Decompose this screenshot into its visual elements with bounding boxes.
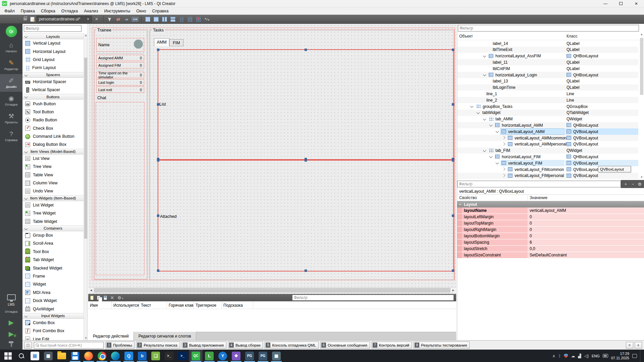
chevron-right-icon[interactable]: [502, 136, 505, 139]
chevron-down-icon[interactable]: [477, 111, 480, 114]
locator-search-box[interactable]: Быстрый поиск (Ctrl+K): [34, 342, 104, 349]
widget-item-font-combo-box[interactable]: Font Combo Box: [22, 327, 84, 335]
property-value[interactable]: verticalLayout_AMM: [528, 207, 644, 214]
widget-item-dialog-button-box[interactable]: Dialog Button Box: [22, 140, 84, 148]
close-document-button[interactable]: ✕: [92, 17, 101, 21]
postgresql-1[interactable]: PG: [243, 350, 256, 362]
stat-row-2[interactable]: Assigned FIM0: [96, 62, 144, 68]
widget-item-list-widget[interactable]: List Widget: [22, 201, 84, 209]
tree-row-tab_FIM[interactable]: tab_FIMQWidget: [457, 147, 638, 154]
selection-handle[interactable]: [157, 215, 159, 217]
tray-chevron-up-icon[interactable]: ∧: [552, 354, 555, 358]
widget-item-radio-button[interactable]: Radio Button: [22, 116, 84, 124]
tree-row-horizontalLayout_FIM[interactable]: horizontalLayout_FIMQHBoxLayout: [457, 154, 638, 160]
edge[interactable]: [109, 350, 122, 362]
property-row-layoutRightMargin[interactable]: layoutRightMargin0: [457, 227, 644, 233]
calculator-app[interactable]: ▦: [42, 350, 55, 362]
widget-item-grid-layout[interactable]: Grid Layout: [22, 56, 84, 64]
tab-редактор-сигналов-и-слотов[interactable]: Редактор сигналов и слотов: [134, 332, 196, 340]
property-row-layoutTopMargin[interactable]: layoutTopMargin0: [457, 220, 644, 227]
layout-in-form-icon[interactable]: [177, 15, 185, 23]
widget-box-filter-input[interactable]: [24, 25, 82, 32]
output-menu-button[interactable]: ≡: [626, 342, 633, 349]
debug-run-button[interactable]: ▶: [0, 328, 22, 340]
widget-item-vertical-layout[interactable]: Vertical Layout: [22, 39, 84, 47]
chevron-down-icon[interactable]: [496, 130, 499, 133]
stat-row-3[interactable]: Time spent on the simulator0: [96, 72, 144, 78]
widget-section-containers[interactable]: Containers: [22, 226, 84, 231]
network-icon[interactable]: ▟: [578, 354, 581, 358]
tree-row-lblLoginTime[interactable]: lblLoginTimeQLabel: [457, 84, 638, 91]
chevron-right-icon[interactable]: [502, 168, 505, 171]
scroll-right-arrow[interactable]: ►: [450, 288, 456, 293]
widget-item-tree-widget[interactable]: Tree Widget: [22, 209, 84, 217]
chevron-down-icon[interactable]: [470, 105, 474, 108]
tree-row-horizontalLayout_Login[interactable]: horizontalLayout_LoginQHBoxLayout: [457, 72, 638, 78]
selection-handle[interactable]: [452, 49, 454, 51]
action-column-подсказка[interactable]: Подсказка: [222, 301, 253, 309]
edit-buddies-tool-icon[interactable]: ∞: [122, 15, 131, 23]
amm-common-layout-selection[interactable]: [158, 49, 454, 160]
property-value[interactable]: SetDefaultConstraint: [528, 252, 644, 258]
action-filter-input[interactable]: [292, 295, 454, 301]
tree-row-lblCntFIM[interactable]: lblCntFIMQLabel: [457, 65, 638, 72]
output-pane-3[interactable]: 3Вывод приложения: [182, 342, 226, 349]
property-row-layoutSizeConstraint[interactable]: layoutSizeConstraintSetDefaultConstraint: [457, 252, 644, 258]
edit-tab-order-tool-icon[interactable]: 123: [131, 15, 139, 23]
action-column-горячая-клавиш[interactable]: Горячая клавиш: [167, 301, 194, 309]
property-value[interactable]: 0,0: [528, 246, 644, 252]
widget-item-combo-box[interactable]: Combo Box: [22, 319, 84, 327]
widget-section-input-widgets[interactable]: Input Widgets: [22, 313, 84, 319]
widget-item-group-box[interactable]: Group Box: [22, 231, 84, 239]
output-pane-7[interactable]: 7Контроль версий: [372, 342, 412, 349]
tree-row-label_11[interactable]: label_11QLabel: [457, 59, 638, 65]
widget-item-table-widget[interactable]: Table Widget: [22, 217, 84, 225]
chevron-down-icon[interactable]: [489, 123, 493, 127]
menu-item-Справка[interactable]: Справка: [149, 8, 171, 14]
widget-item-horizontal-layout[interactable]: Horizontal Layout: [22, 47, 84, 55]
scroll-down-arrow[interactable]: ▼: [84, 336, 88, 340]
mode-design[interactable]: ✐Дизайн: [0, 74, 22, 92]
mode-projects[interactable]: ⚒Проекты: [0, 110, 22, 127]
copy-action-icon[interactable]: [97, 296, 100, 300]
q-app[interactable]: Q: [122, 350, 136, 362]
widget-section-item-views-model-based-[interactable]: Item Views (Model-Based): [22, 149, 84, 155]
stat-row-5[interactable]: Last exit0: [96, 86, 144, 93]
widget-item-command-link-button[interactable]: Command Link Button: [22, 132, 84, 140]
chevron-down-icon[interactable]: [483, 117, 486, 120]
widget-item-qaxwidget[interactable]: QAxWidget: [22, 305, 84, 313]
inspector-scrollbar[interactable]: ▲ ▼: [639, 33, 644, 180]
property-filter-input[interactable]: [457, 181, 621, 187]
mail-app[interactable]: ▤: [28, 350, 42, 362]
selection-handle[interactable]: [305, 269, 307, 272]
widget-section-buttons[interactable]: Buttons: [22, 94, 84, 100]
menu-item-Окно[interactable]: Окно: [133, 8, 149, 14]
remove-property-icon[interactable]: －: [631, 181, 635, 187]
form-editor-canvas[interactable]: Trainee Name Assigned AMM0Assigned FIM0T…: [88, 24, 456, 294]
widget-item-horizontal-spacer[interactable]: Horizontal Spacer: [22, 78, 84, 86]
menu-item-Файл[interactable]: Файл: [1, 8, 18, 14]
chevron-down-icon[interactable]: [483, 73, 486, 76]
menu-item-Отладка[interactable]: Отладка: [58, 8, 81, 14]
selection-handle[interactable]: [305, 49, 307, 51]
selection-handle[interactable]: [452, 103, 454, 106]
firefox[interactable]: [82, 350, 95, 362]
clock[interactable]: 17:29 07.11.2025: [611, 352, 629, 360]
tree-row-verticalLayout_AMMcommon[interactable]: verticalLayout_AMMcommonQVBoxLayout: [457, 135, 638, 141]
selection-handle[interactable]: [452, 215, 454, 217]
widget-item-push-button[interactable]: Push Button: [22, 100, 84, 108]
tree-row-label_13[interactable]: label_13QLabel: [457, 78, 638, 84]
chevron-down-icon[interactable]: [489, 155, 493, 158]
object-column-header[interactable]: Объект: [459, 34, 473, 39]
property-value[interactable]: 0: [528, 227, 644, 233]
onedrive-cloud-icon[interactable]: ☁: [571, 354, 575, 358]
widget-item-dock-widget[interactable]: Dock Widget: [22, 297, 84, 305]
close-button[interactable]: ✕: [629, 0, 644, 7]
tree-row-tabWidget[interactable]: tabWidgetQTabWidget: [457, 110, 638, 116]
output-pane-2[interactable]: 2Результаты поиска: [136, 342, 180, 349]
lms-app[interactable]: L: [203, 350, 216, 362]
output-pane-8[interactable]: 8Результаты тестирования: [414, 342, 470, 349]
menu-item-Сборка[interactable]: Сборка: [38, 8, 58, 14]
layout-in-grid-icon[interactable]: [185, 15, 194, 23]
selection-handle[interactable]: [305, 159, 307, 162]
